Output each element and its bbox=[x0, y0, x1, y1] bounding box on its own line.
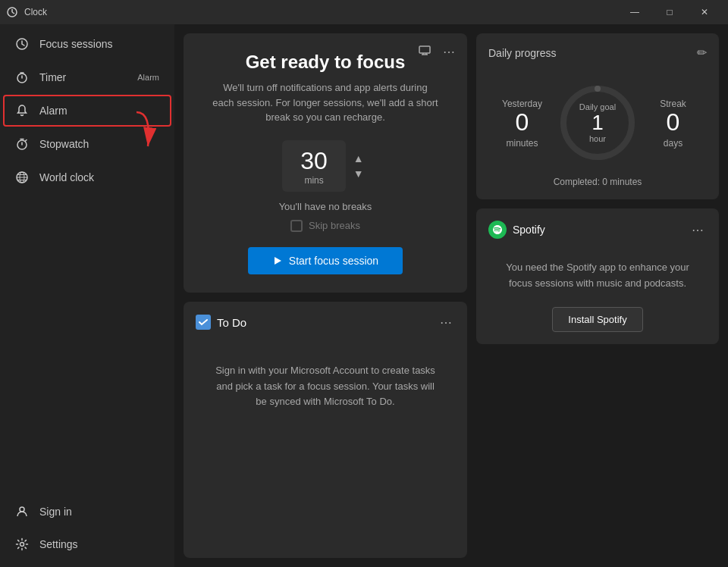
todo-card: To Do ⋯ Sign in with your Microsoft Acco… bbox=[184, 302, 467, 558]
stopwatch-label: Stopwatch bbox=[39, 138, 89, 150]
titlebar-left: Clock bbox=[6, 6, 47, 18]
install-spotify-button[interactable]: Install Spotify bbox=[552, 307, 642, 332]
svg-line-11 bbox=[26, 140, 27, 142]
titlebar: Clock — □ ✕ bbox=[0, 0, 728, 24]
sidebar-item-settings[interactable]: Settings bbox=[3, 528, 171, 560]
svg-line-2 bbox=[12, 12, 14, 14]
sidebar-item-sign-in[interactable]: Sign in bbox=[3, 496, 171, 528]
focus-session-card: ⋯ Get ready to focus We'll turn off noti… bbox=[184, 33, 467, 293]
minimize-button[interactable]: — bbox=[617, 0, 652, 24]
skip-breaks-row: Skip breaks bbox=[196, 220, 455, 232]
streak-value: 0 bbox=[639, 109, 707, 136]
spotify-logo bbox=[488, 221, 507, 239]
daily-progress-edit-button[interactable]: ✏ bbox=[697, 45, 707, 60]
todo-header-left: To Do bbox=[196, 315, 246, 330]
svg-point-17 bbox=[20, 507, 24, 512]
breaks-text: You'll have no breaks bbox=[196, 201, 455, 212]
gear-icon bbox=[15, 537, 29, 551]
sidebar-bottom: Sign in Settings bbox=[0, 495, 174, 567]
time-unit: mins bbox=[304, 175, 323, 186]
bell-icon bbox=[15, 104, 29, 117]
streak-label: days bbox=[639, 138, 707, 149]
content-area: ⋯ Get ready to focus We'll turn off noti… bbox=[174, 24, 728, 567]
daily-goal-center: Daily goal 1 hour bbox=[579, 102, 616, 144]
timer-badge: Alarm bbox=[137, 73, 159, 82]
daily-goal-circle: Daily goal 1 hour bbox=[556, 81, 639, 164]
focus-sessions-icon bbox=[15, 37, 29, 51]
play-icon bbox=[272, 255, 283, 266]
world-clock-label: World clock bbox=[39, 171, 94, 183]
time-picker: 30 mins ▲ ▼ bbox=[196, 140, 455, 192]
time-control: 30 mins bbox=[282, 140, 346, 192]
skip-breaks-label: Skip breaks bbox=[309, 220, 360, 231]
svg-marker-21 bbox=[275, 257, 281, 265]
window-controls: — □ ✕ bbox=[617, 0, 722, 24]
sidebar: Focus sessions Timer Alarm Ala bbox=[0, 24, 174, 567]
skip-breaks-checkbox[interactable] bbox=[290, 220, 303, 232]
spotify-body: You need the Spotify app to enhance your… bbox=[488, 248, 707, 304]
streak-above-label: Streak bbox=[639, 99, 707, 109]
right-column: Daily progress ✏ Yesterday 0 minutes bbox=[476, 33, 719, 558]
settings-label: Settings bbox=[39, 538, 78, 550]
spotify-more-button[interactable]: ⋯ bbox=[689, 221, 707, 239]
sidebar-item-alarm[interactable]: Alarm bbox=[3, 95, 171, 127]
globe-icon bbox=[15, 171, 29, 184]
sign-in-label: Sign in bbox=[39, 506, 72, 518]
time-arrows: ▲ ▼ bbox=[349, 152, 369, 180]
yesterday-value: 0 bbox=[516, 109, 529, 136]
spotify-header-left: Spotify bbox=[488, 221, 545, 239]
todo-icon bbox=[196, 315, 211, 330]
focus-cast-button[interactable] bbox=[416, 42, 434, 61]
app-title: Clock bbox=[24, 7, 47, 17]
completed-text: Completed: 0 minutes bbox=[488, 174, 707, 187]
sidebar-item-world-clock[interactable]: World clock bbox=[3, 161, 171, 193]
time-value: 30 bbox=[300, 146, 328, 175]
sidebar-item-timer[interactable]: Timer Alarm bbox=[3, 61, 171, 93]
app-body: Focus sessions Timer Alarm Ala bbox=[0, 24, 728, 567]
todo-more-button[interactable]: ⋯ bbox=[437, 314, 455, 331]
spotify-header: Spotify ⋯ bbox=[488, 221, 707, 239]
timer-icon bbox=[15, 70, 29, 84]
svg-rect-20 bbox=[419, 46, 430, 53]
close-button[interactable]: ✕ bbox=[687, 0, 722, 24]
daily-goal-label: Daily goal bbox=[579, 102, 616, 111]
daily-progress-title: Daily progress bbox=[488, 47, 556, 59]
time-decrease-button[interactable]: ▼ bbox=[349, 167, 369, 180]
daily-progress-card: Daily progress ✏ Yesterday 0 minutes bbox=[476, 33, 719, 199]
alarm-label: Alarm bbox=[39, 105, 67, 117]
yesterday-label: minutes bbox=[506, 138, 538, 149]
sidebar-item-stopwatch[interactable]: Stopwatch bbox=[3, 128, 171, 160]
start-focus-button[interactable]: Start focus session bbox=[248, 247, 403, 274]
app-icon bbox=[6, 6, 18, 18]
daily-goal-value: 1 bbox=[579, 111, 616, 135]
stopwatch-icon bbox=[15, 137, 29, 151]
time-increase-button[interactable]: ▲ bbox=[349, 152, 369, 165]
todo-title: To Do bbox=[217, 316, 246, 329]
focus-more-button[interactable]: ⋯ bbox=[440, 42, 458, 61]
person-icon bbox=[15, 505, 29, 518]
timer-label: Timer bbox=[39, 71, 66, 83]
spotify-name: Spotify bbox=[513, 224, 545, 236]
start-focus-label: Start focus session bbox=[289, 255, 378, 267]
daily-goal-unit: hour bbox=[579, 134, 616, 143]
focus-sessions-label: Focus sessions bbox=[39, 38, 112, 50]
yesterday-stat: Yesterday 0 minutes bbox=[488, 97, 556, 148]
todo-body: Sign in with your Microsoft Account to c… bbox=[196, 340, 455, 433]
streak-stat: Streak 0 days bbox=[639, 97, 707, 148]
daily-progress-header: Daily progress ✏ bbox=[488, 45, 707, 60]
focus-subtitle: We'll turn off notifications and app ale… bbox=[212, 80, 439, 125]
todo-card-header: To Do ⋯ bbox=[196, 314, 455, 331]
yesterday-above-label: Yesterday bbox=[502, 99, 542, 109]
sidebar-item-focus-sessions[interactable]: Focus sessions bbox=[3, 28, 171, 60]
svg-point-18 bbox=[20, 543, 24, 547]
spotify-card: Spotify ⋯ You need the Spotify app to en… bbox=[476, 208, 719, 344]
maximize-button[interactable]: □ bbox=[652, 0, 687, 24]
center-column: ⋯ Get ready to focus We'll turn off noti… bbox=[184, 33, 467, 558]
daily-progress-stats: Yesterday 0 minutes Daily goal 1 hour bbox=[488, 69, 707, 171]
